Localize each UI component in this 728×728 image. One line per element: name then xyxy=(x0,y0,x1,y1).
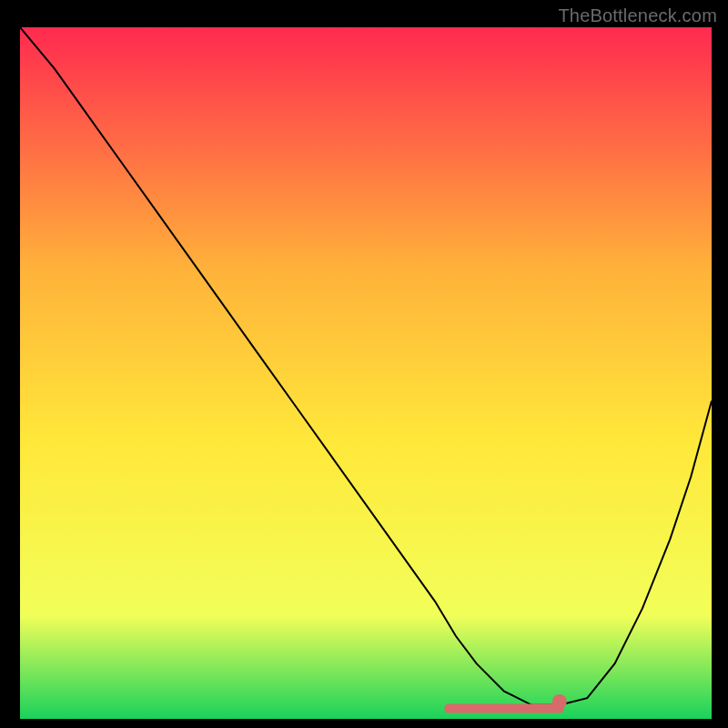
highlight-endpoint xyxy=(552,694,567,709)
chart-frame: TheBottleneck.com xyxy=(0,0,728,728)
watermark-text: TheBottleneck.com xyxy=(558,5,717,26)
gradient-background xyxy=(20,27,712,719)
chart-plot xyxy=(20,27,712,719)
